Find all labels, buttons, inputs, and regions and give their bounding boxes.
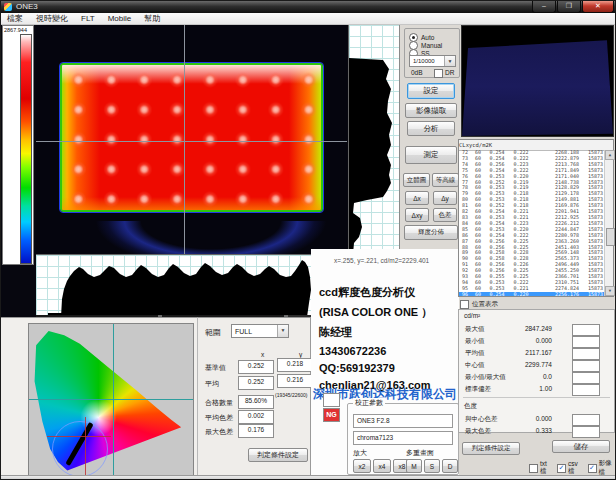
vertical-profile-shape bbox=[349, 25, 400, 254]
stat-row: 平均值 2117.167 bbox=[459, 347, 614, 359]
table-scrollbar[interactable]: ▲ ▼ bbox=[604, 150, 613, 296]
chroma-stat-row: 與中心色差 0.000 bbox=[459, 413, 614, 425]
mode-label: Manual bbox=[421, 42, 442, 49]
ng-badge: NG bbox=[323, 408, 340, 422]
multiview-button[interactable]: M bbox=[406, 459, 422, 473]
analysis-x-value: 0.252 bbox=[238, 376, 274, 390]
max-colordiff-label: 最大色差 bbox=[205, 427, 233, 437]
stat-row: 標準偏差 1.00 bbox=[459, 383, 614, 395]
analyze-button[interactable]: 分析 bbox=[407, 121, 455, 136]
minimize-button[interactable]: – bbox=[532, 1, 556, 13]
capture-button[interactable]: 影像擷取 bbox=[405, 103, 457, 118]
col-y-header: y bbox=[299, 351, 302, 358]
lum-table-body: 72 60 0.254 0.222 2268.188 15873 73 60 0… bbox=[459, 150, 605, 296]
cie-diagram[interactable] bbox=[28, 323, 194, 477]
watermark-line: (RISA COLOR ONE ） bbox=[319, 305, 432, 320]
colordiff-button[interactable]: 色差 bbox=[433, 208, 457, 222]
zoom-button[interactable]: x4 bbox=[373, 459, 391, 473]
avg-judge-box bbox=[323, 393, 340, 407]
multiview-button[interactable]: D bbox=[442, 459, 458, 473]
save-option-checkbox[interactable] bbox=[588, 464, 597, 473]
delta-xy-button[interactable]: Δxy bbox=[405, 208, 429, 222]
calibration-group: 校正參數 ONE3 F2.8 chroma7123 放大 多重畫面 x2x4x8… bbox=[347, 403, 459, 475]
save-option-checkbox[interactable] bbox=[529, 464, 538, 473]
settings-button[interactable]: 設定 bbox=[407, 83, 455, 99]
pass-count-label: 合格數量 bbox=[205, 398, 233, 408]
cursor-readout: x=.255, y=.221, cd/m2=2229.401 bbox=[334, 257, 429, 264]
lens-preset-input[interactable]: ONE3 F2.8 bbox=[353, 414, 453, 428]
watermark-line: 陈经理 bbox=[319, 325, 432, 340]
stat-row: 最小值/最大值 0.0 bbox=[459, 371, 614, 383]
crosshair-horizontal[interactable] bbox=[36, 141, 347, 142]
multiview-button[interactable]: S bbox=[424, 459, 440, 473]
chroma-profile-input[interactable]: chroma7123 bbox=[353, 431, 453, 445]
crosshair-vertical[interactable] bbox=[184, 25, 185, 254]
stat-row: 最大值 2847.249 bbox=[459, 323, 614, 335]
center-area: x=.255, y=.221, cd/m2=2229.401 ccd辉度色度分析… bbox=[311, 249, 459, 480]
shutter-value: 1/10000 bbox=[413, 58, 435, 64]
colorbar-gradient bbox=[20, 34, 32, 264]
save-option-label: csv檔 bbox=[568, 460, 582, 476]
divider bbox=[463, 397, 610, 398]
zoom-button[interactable]: x2 bbox=[353, 459, 371, 473]
stats-panel: cd/m² 最大值 2847.249 最小值 0.000 平均值 2117.16… bbox=[458, 309, 615, 433]
camera-preview bbox=[461, 25, 614, 137]
delta-x-button[interactable]: Δx bbox=[405, 191, 429, 205]
menu-item[interactable]: Mobile bbox=[108, 14, 132, 23]
menu-item[interactable]: 檔案 bbox=[7, 13, 23, 24]
range-select[interactable]: FULL ▼ bbox=[231, 324, 289, 338]
watermark-line: ccd辉度色度分析仪 bbox=[319, 285, 432, 300]
position-display-row[interactable]: 位置表示 bbox=[460, 300, 498, 309]
luminance-heatmap[interactable] bbox=[36, 25, 347, 254]
cie-tolerance-circle bbox=[52, 421, 108, 477]
stat-row: 中心值 2299.774 bbox=[459, 359, 614, 371]
judge-settings-button-right[interactable]: 判定條件設定 bbox=[462, 442, 520, 455]
max-colordiff-value: 0.176 bbox=[238, 424, 274, 438]
dr-checkbox-row[interactable]: DR bbox=[434, 69, 454, 78]
chevron-down-icon: ▼ bbox=[277, 325, 288, 337]
watermark-text: ccd辉度色度分析仪(RISA COLOR ONE ）陈经理1343067223… bbox=[319, 285, 432, 391]
contour-button[interactable]: 等高線 bbox=[432, 173, 459, 187]
luminance-colorbar: 2867.944 bbox=[2, 25, 34, 265]
table-header-cell: K bbox=[489, 140, 492, 150]
scroll-up-icon[interactable]: ▲ bbox=[605, 150, 615, 160]
app-icon bbox=[4, 3, 12, 11]
table-row[interactable]: 96 60 0.254 0.220 2256.176 15873 bbox=[459, 292, 605, 296]
cie-marker-horizontal bbox=[47, 436, 111, 437]
app-window: ONE3 – ❐ ✕ 檔案視時變化FLTMobile幫助 2867.944 bbox=[0, 0, 616, 480]
save-button[interactable]: 儲存 bbox=[552, 440, 610, 453]
window-title: ONE3 bbox=[16, 3, 38, 11]
menu-item[interactable]: 視時變化 bbox=[36, 13, 68, 24]
measure-button[interactable]: 測定 bbox=[405, 146, 457, 164]
menu-item[interactable]: 幫助 bbox=[144, 13, 160, 24]
measurement-table[interactable]: CLxycd/m2K 72 60 0.254 0.222 2268.188 15… bbox=[458, 139, 614, 297]
scrollbar-thumb[interactable] bbox=[606, 228, 615, 246]
view3d-button[interactable]: 立體圖 bbox=[403, 173, 430, 187]
save-option-checkbox[interactable] bbox=[557, 464, 566, 473]
close-button[interactable]: ✕ bbox=[582, 1, 614, 13]
avg-colordiff-label: 平均色差 bbox=[205, 413, 233, 423]
heatmap-reflection bbox=[91, 221, 331, 254]
col-x-header: x bbox=[261, 351, 264, 358]
chevron-down-icon: ▼ bbox=[444, 56, 455, 66]
judge-settings-button[interactable]: 判定條件設定 bbox=[248, 448, 308, 462]
multiview-label: 多重畫面 bbox=[406, 448, 434, 458]
scroll-down-icon[interactable]: ▼ bbox=[605, 286, 615, 296]
delta-y-button[interactable]: Δy bbox=[433, 191, 457, 205]
title-bar[interactable]: ONE3 – ❐ ✕ bbox=[1, 1, 616, 13]
lumdist-button[interactable]: 輝度分佈 bbox=[404, 225, 458, 240]
shutter-select[interactable]: 1/10000 ▼ bbox=[409, 55, 456, 67]
horizontal-profile-shape bbox=[36, 255, 326, 317]
camera-mode-group: Auto Manual SS 1/10000 ▼ 0dB DR bbox=[404, 28, 460, 78]
pass-count-value: 85.60% bbox=[238, 395, 274, 409]
position-display-checkbox[interactable] bbox=[460, 300, 469, 309]
dr-checkbox[interactable] bbox=[434, 69, 443, 78]
position-display-label: 位置表示 bbox=[472, 300, 498, 309]
cie-marker-vertical bbox=[85, 417, 86, 475]
gain-label: 0dB bbox=[411, 69, 423, 76]
menu-item[interactable]: FLT bbox=[81, 14, 95, 23]
analysis-panel: 範圍 FULL ▼ x y 基準值 0.252 0.218 平均 0.252 0… bbox=[197, 317, 311, 480]
cie-crosshair-horizontal bbox=[29, 399, 193, 400]
range-value: FULL bbox=[235, 328, 252, 335]
maximize-button[interactable]: ❐ bbox=[557, 1, 581, 13]
